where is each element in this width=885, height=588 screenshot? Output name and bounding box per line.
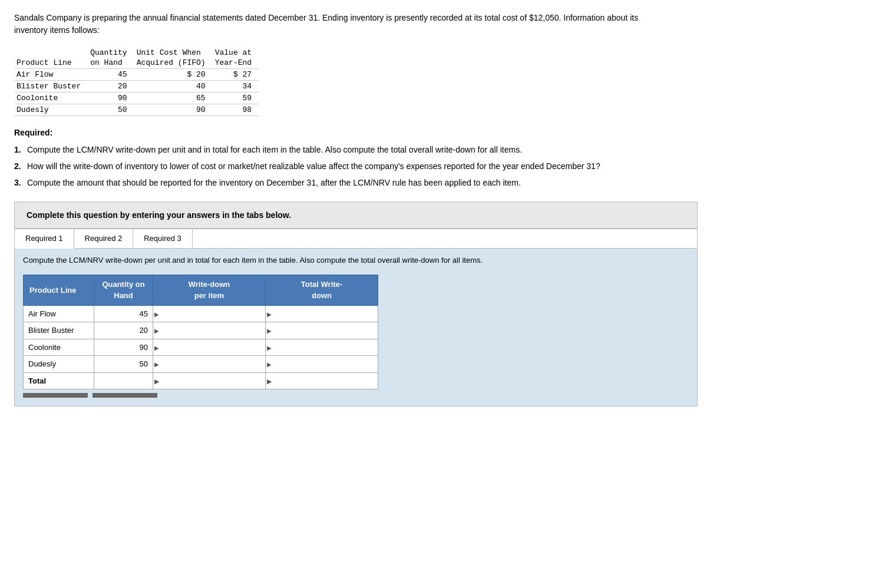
tab-required-3[interactable]: Required 3 [133,229,193,248]
col1-header [14,47,88,57]
answer-col-writedown-header: Write-downper item [153,275,266,305]
table-row: Blister Buster 20 40 34 [14,81,259,93]
answer-product-airflow: Air Flow [24,305,94,322]
answer-table: Product Line Quantity onHand Write-downp… [23,275,378,390]
req-text-1: Compute the LCM/NRV write-down per unit … [25,143,522,157]
required-label: Required: [14,128,871,137]
answer-writedown-blister[interactable] [153,322,266,339]
requirements-list: 1. Compute the LCM/NRV write-down per un… [14,143,662,190]
table-row: Blister Buster 20 [24,322,378,339]
answer-total-coolonite[interactable] [266,339,378,356]
col2-header-line1: Quantity [88,47,134,57]
answer-product-coolonite: Coolonite [24,339,94,356]
tabs-container: Required 1 Required 2 Required 3 Compute… [14,229,698,407]
unit-cost-value: 90 [134,104,213,116]
scrollbar-block-2[interactable] [93,393,157,398]
tab-required-2[interactable]: Required 2 [74,229,134,248]
answer-col-total-header: Total Write-down [266,275,378,305]
col2-header-line2: on Hand [88,57,134,69]
tab-content: Compute the LCM/NRV write-down per unit … [15,249,697,406]
answer-product-dudesly: Dudesly [24,356,94,373]
req-text-2: How will the write-down of inventory to … [25,160,600,174]
answer-total-coolonite-input[interactable] [274,342,377,353]
answer-total-airflow[interactable] [266,305,378,322]
col4-header-line1: Value at [213,47,259,57]
scrollbar-hint [23,393,689,398]
complete-box-text: Complete this question by entering your … [27,210,291,220]
answer-qty-coolonite: 90 [94,339,153,356]
qty-value: 90 [88,93,134,104]
answer-writedown-blister-input[interactable] [161,325,264,336]
req-text-3: Compute the amount that should be report… [25,176,521,190]
year-end-value: 34 [213,81,259,93]
table-row: Coolonite 90 [24,339,378,356]
col3-header-line2: Acquired (FIFO) [134,57,213,69]
answer-total-blister[interactable] [266,322,378,339]
req-num-3: 3. [14,176,25,190]
req-num-2: 2. [14,160,25,174]
unit-cost-value: $ 20 [134,69,213,81]
table-row: Dudesly 50 [24,356,378,373]
complete-box: Complete this question by entering your … [14,201,698,229]
answer-table-container: Product Line Quantity onHand Write-downp… [23,275,689,398]
product-name: Air Flow [14,69,88,81]
qty-value: 50 [88,104,134,116]
table-row: Dudesly 50 90 98 [14,104,259,116]
product-name: Dudesly [14,104,88,116]
answer-writedown-total[interactable] [153,372,266,389]
answer-writedown-coolonite-input[interactable] [161,342,264,353]
requirement-1: 1. Compute the LCM/NRV write-down per un… [14,143,662,157]
answer-total-total[interactable] [266,372,378,389]
answer-product-blister: Blister Buster [24,322,94,339]
year-end-value: 59 [213,93,259,104]
table-row: Coolonite 90 65 59 [14,93,259,104]
answer-total-total-input[interactable] [274,375,377,387]
answer-col-product-header: Product Line [24,275,94,305]
unit-cost-value: 65 [134,93,213,104]
answer-qty-airflow: 45 [94,305,153,322]
tab-description: Compute the LCM/NRV write-down per unit … [23,255,689,266]
answer-qty-blister: 20 [94,322,153,339]
answer-total-airflow-input[interactable] [274,308,377,319]
product-line-header: Product Line [14,57,88,69]
col4-header-line2: Year-End [213,57,259,69]
answer-total-blister-input[interactable] [274,325,377,336]
answer-total-dudesly-input[interactable] [274,358,377,369]
qty-value: 20 [88,81,134,93]
intro-text: Sandals Company is preparing the annual … [14,12,662,37]
answer-qty-dudesly: 50 [94,356,153,373]
answer-writedown-total-input[interactable] [161,375,264,387]
answer-writedown-dudesly[interactable] [153,356,266,373]
year-end-value: 98 [213,104,259,116]
scrollbar-block-1[interactable] [23,393,88,398]
answer-total-dudesly[interactable] [266,356,378,373]
requirement-2: 2. How will the write-down of inventory … [14,160,662,174]
answer-qty-total [94,372,153,389]
unit-cost-value: 40 [134,81,213,93]
inventory-table: Quantity Unit Cost When Value at Product… [14,47,259,116]
answer-product-total: Total [24,372,94,389]
tabs-header: Required 1 Required 2 Required 3 [15,229,697,249]
answer-writedown-coolonite[interactable] [153,339,266,356]
product-name: Coolonite [14,93,88,104]
year-end-value: $ 27 [213,69,259,81]
answer-writedown-airflow[interactable] [153,305,266,322]
product-name: Blister Buster [14,81,88,93]
requirement-3: 3. Compute the amount that should be rep… [14,176,662,190]
answer-col-qty-header: Quantity onHand [94,275,153,305]
table-row-total: Total [24,372,378,389]
answer-writedown-airflow-input[interactable] [161,308,264,319]
answer-writedown-dudesly-input[interactable] [161,358,264,369]
tab-required-1[interactable]: Required 1 [15,229,74,249]
qty-value: 45 [88,69,134,81]
table-row: Air Flow 45 [24,305,378,322]
col3-header-line1: Unit Cost When [134,47,213,57]
req-num-1: 1. [14,143,25,157]
table-row: Air Flow 45 $ 20 $ 27 [14,69,259,81]
